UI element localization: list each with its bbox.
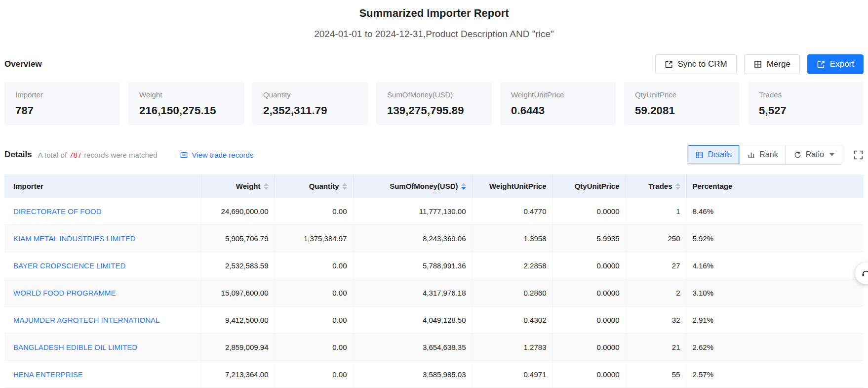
stat-label: QtyUnitPrice xyxy=(635,90,729,99)
sync-button-label: Sync to CRM xyxy=(678,59,727,69)
tab-details-label: Details xyxy=(708,150,732,159)
table-row: WORLD FOOD PROGRAMME 15,097,600.00 0.00 … xyxy=(4,279,864,306)
trades-cell: 27 xyxy=(626,252,686,279)
stat-value: 139,275,795.89 xyxy=(387,104,481,117)
sync-icon xyxy=(665,60,673,69)
importer-table: Importer Weight Quantity SumOfMoney(USD)… xyxy=(4,174,864,388)
percentage-cell: 8.46% xyxy=(686,198,864,225)
stat-card-quantity: Quantity 2,352,311.79 xyxy=(252,82,368,125)
table-row: BANGLADESH EDIBLE OIL LIMITED 2,859,009.… xyxy=(4,334,864,361)
importer-link[interactable]: WORLD FOOD PROGRAMME xyxy=(13,289,116,297)
importer-link[interactable]: HENA ENTERPRISE xyxy=(13,370,83,379)
view-trade-records-label: View trade records xyxy=(192,151,254,159)
weight-cell: 24,690,000.00 xyxy=(201,198,275,225)
quantity-cell: 0.00 xyxy=(275,252,353,279)
tab-rank-label: Rank xyxy=(759,150,778,159)
importer-link[interactable]: BANGLADESH EDIBLE OIL LIMITED xyxy=(13,343,137,351)
merge-button-label: Merge xyxy=(767,59,790,69)
chevron-down-icon xyxy=(829,153,834,156)
stat-value: 0.6443 xyxy=(511,104,605,117)
sum-of-money-cell: 8,243,369.06 xyxy=(353,225,472,252)
stat-value: 2,352,311.79 xyxy=(263,104,357,117)
stat-value: 5,527 xyxy=(759,104,853,117)
trades-cell: 1 xyxy=(626,198,686,225)
sum-of-money-cell: 3,654,638.35 xyxy=(353,334,472,361)
stat-card-qty-unit-price: QtyUnitPrice 59.2081 xyxy=(624,82,740,125)
weight-cell: 7,213,364.00 xyxy=(201,361,275,388)
col-header-weight-unit-price-label: WeightUnitPrice xyxy=(489,182,547,190)
quantity-cell: 0.00 xyxy=(275,334,353,361)
sync-to-crm-button[interactable]: Sync to CRM xyxy=(655,54,737,74)
qty-unit-price-cell: 0.0000 xyxy=(552,198,626,225)
col-header-quantity[interactable]: Quantity xyxy=(275,174,353,198)
export-icon xyxy=(817,60,826,69)
importer-link[interactable]: MAJUMDER AGROTECH INTERNATIONAL xyxy=(13,316,159,324)
stat-card-trades: Trades 5,527 xyxy=(748,82,864,125)
qty-unit-price-cell: 0.0000 xyxy=(552,279,626,306)
weight-unit-price-cell: 0.4302 xyxy=(472,306,552,334)
stat-label: SumOfMoney(USD) xyxy=(387,90,481,99)
tab-ratio-view[interactable]: Ratio xyxy=(786,145,842,164)
weight-unit-price-cell: 1.3958 xyxy=(472,225,552,252)
fullscreen-button[interactable] xyxy=(853,150,864,160)
table-grid-icon xyxy=(695,151,704,159)
importer-link[interactable]: BAYER CROPSCIENCE LIMITED xyxy=(13,261,125,270)
merge-icon xyxy=(753,60,762,69)
col-header-sum-of-money[interactable]: SumOfMoney(USD) xyxy=(353,174,472,198)
ratio-refresh-icon xyxy=(793,151,802,159)
col-header-percentage-label: Percentage xyxy=(693,182,733,190)
tab-ratio-label: Ratio xyxy=(806,150,824,159)
col-header-percentage: Percentage xyxy=(686,174,864,198)
percentage-cell: 2.62% xyxy=(686,334,864,361)
stat-card-weight: Weight 216,150,275.15 xyxy=(128,82,244,125)
quantity-cell: 0.00 xyxy=(275,279,353,306)
importer-link[interactable]: KIAM METAL INDUSTRIES LIMITED xyxy=(13,234,136,243)
weight-cell: 9,412,500.00 xyxy=(201,306,275,334)
qty-unit-price-cell: 0.0000 xyxy=(552,334,626,361)
qty-unit-price-cell: 5.9935 xyxy=(552,225,626,252)
page-title: Summarized Importer Report xyxy=(4,0,864,20)
stat-value: 59.2081 xyxy=(635,104,729,117)
weight-cell: 5,905,706.79 xyxy=(201,225,275,252)
qty-unit-price-cell: 0.0000 xyxy=(552,306,626,334)
sum-of-money-cell: 5,788,991.36 xyxy=(353,252,472,279)
trades-cell: 21 xyxy=(626,334,686,361)
quantity-cell: 1,375,384.97 xyxy=(275,225,353,252)
weight-unit-price-cell: 1.2783 xyxy=(472,334,552,361)
merge-button[interactable]: Merge xyxy=(744,54,800,74)
headset-icon xyxy=(861,268,868,278)
quantity-cell: 0.00 xyxy=(275,198,353,225)
sort-icon[interactable] xyxy=(461,183,466,190)
weight-unit-price-cell: 0.2860 xyxy=(472,279,552,306)
table-row: DIRECTORATE OF FOOD 24,690,000.00 0.00 1… xyxy=(4,198,864,225)
tab-details-view[interactable]: Details xyxy=(688,145,740,164)
stat-value: 787 xyxy=(15,104,109,117)
importer-link[interactable]: DIRECTORATE OF FOOD xyxy=(13,207,102,216)
qty-unit-price-cell: 0.0000 xyxy=(552,252,626,279)
percentage-cell: 3.10% xyxy=(686,279,864,306)
stat-label: Weight xyxy=(139,90,233,99)
summarized-importer-report-page: Summarized Importer Report 2024-01-01 to… xyxy=(0,0,868,388)
sum-of-money-cell: 3,585,985.03 xyxy=(353,361,472,388)
col-header-trades[interactable]: Trades xyxy=(626,174,686,198)
sort-icon[interactable] xyxy=(342,183,347,190)
col-header-weight-label: Weight xyxy=(236,182,261,190)
export-button[interactable]: Export xyxy=(807,54,864,74)
matched-count: 787 xyxy=(69,151,81,159)
trades-cell: 55 xyxy=(626,361,686,388)
weight-cell: 2,859,009.94 xyxy=(201,334,275,361)
col-header-weight[interactable]: Weight xyxy=(201,174,275,198)
col-header-importer: Importer xyxy=(4,174,201,198)
col-header-weight-unit-price: WeightUnitPrice xyxy=(472,174,552,198)
details-bar: Details A total of787records were matche… xyxy=(4,145,864,165)
tab-rank-view[interactable]: Rank xyxy=(740,145,786,164)
weight-cell: 15,097,600.00 xyxy=(201,279,275,306)
col-header-sum-label: SumOfMoney(USD) xyxy=(390,182,458,190)
stat-label: WeightUnitPrice xyxy=(511,90,605,99)
export-button-label: Export xyxy=(830,59,854,69)
percentage-cell: 2.91% xyxy=(686,306,864,334)
sort-icon[interactable] xyxy=(675,183,680,190)
sort-icon[interactable] xyxy=(264,183,269,190)
view-trade-records-link[interactable]: View trade records xyxy=(180,151,254,159)
table-row: HENA ENTERPRISE 7,213,364.00 0.00 3,585,… xyxy=(4,361,864,388)
